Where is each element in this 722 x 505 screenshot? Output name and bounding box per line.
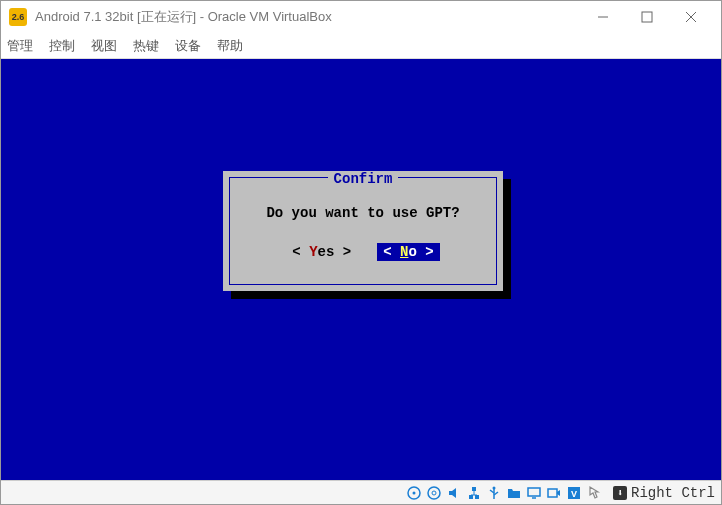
close-button[interactable] [669, 2, 713, 32]
app-icon: 2.6 [9, 8, 27, 26]
host-key-indicator: ⬇ Right Ctrl [613, 485, 715, 501]
dialog-title: Confirm [328, 171, 399, 187]
yes-button[interactable]: < Yes > [286, 243, 357, 261]
dialog-message: Do you want to use GPT? [266, 205, 459, 221]
display-icon[interactable] [525, 484, 543, 502]
vbox-icon[interactable]: V [565, 484, 583, 502]
audio-icon[interactable] [445, 484, 463, 502]
svg-point-14 [492, 486, 495, 489]
menu-control[interactable]: 控制 [49, 37, 75, 55]
window-title: Android 7.1 32bit [正在运行] - Oracle VM Vir… [35, 8, 581, 26]
dialog-buttons: < Yes > < No > [286, 243, 439, 261]
svg-rect-19 [548, 489, 557, 497]
svg-rect-17 [528, 488, 540, 496]
mouse-integration-icon[interactable] [585, 484, 603, 502]
no-button[interactable]: < No > [377, 243, 439, 261]
usb-icon[interactable] [485, 484, 503, 502]
harddisk-icon[interactable] [405, 484, 423, 502]
status-bar: V ⬇ Right Ctrl [1, 480, 721, 504]
svg-point-5 [412, 491, 415, 494]
maximize-button[interactable] [625, 2, 669, 32]
svg-rect-8 [469, 495, 473, 499]
status-icons: V [405, 484, 603, 502]
svg-rect-9 [475, 495, 479, 499]
hostkey-arrow-icon: ⬇ [613, 486, 627, 500]
confirm-dialog: Confirm Do you want to use GPT? < Yes > … [223, 171, 503, 291]
vm-screen[interactable]: Confirm Do you want to use GPT? < Yes > … [1, 59, 721, 480]
menu-help[interactable]: 帮助 [217, 37, 243, 55]
hostkey-label: Right Ctrl [631, 485, 715, 501]
window-titlebar: 2.6 Android 7.1 32bit [正在运行] - Oracle VM… [1, 1, 721, 33]
minimize-button[interactable] [581, 2, 625, 32]
recording-icon[interactable] [545, 484, 563, 502]
dialog-border [229, 177, 497, 285]
svg-point-7 [432, 491, 436, 495]
menu-bar: 管理 控制 视图 热键 设备 帮助 [1, 33, 721, 59]
svg-point-6 [428, 487, 440, 499]
shared-folders-icon[interactable] [505, 484, 523, 502]
svg-text:V: V [571, 489, 577, 499]
menu-hotkeys[interactable]: 热键 [133, 37, 159, 55]
optical-icon[interactable] [425, 484, 443, 502]
network-icon[interactable] [465, 484, 483, 502]
svg-rect-1 [642, 12, 652, 22]
menu-devices[interactable]: 设备 [175, 37, 201, 55]
menu-manage[interactable]: 管理 [7, 37, 33, 55]
svg-rect-10 [472, 487, 476, 491]
menu-view[interactable]: 视图 [91, 37, 117, 55]
